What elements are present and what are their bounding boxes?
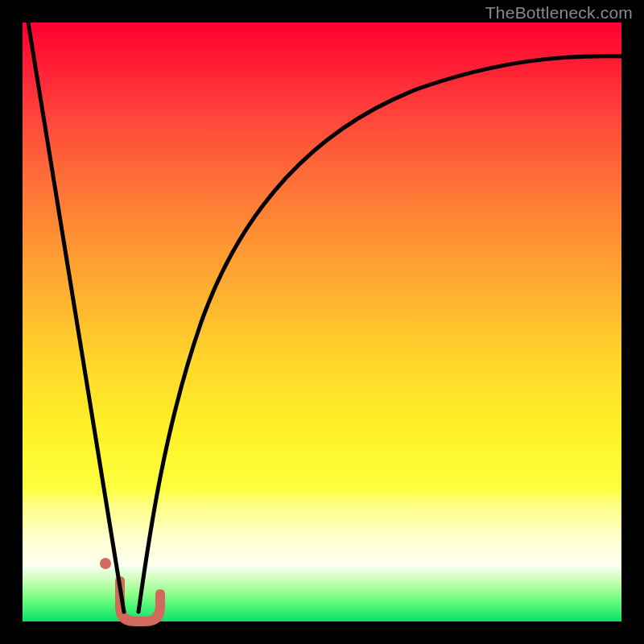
gradient-band-green bbox=[23, 567, 621, 621]
gradient-band-hot bbox=[23, 23, 621, 489]
chart-frame: TheBottleneck.com bbox=[0, 0, 644, 644]
plot-area bbox=[23, 23, 621, 621]
watermark-text: TheBottleneck.com bbox=[485, 3, 633, 23]
gradient-band-pale bbox=[23, 489, 621, 567]
